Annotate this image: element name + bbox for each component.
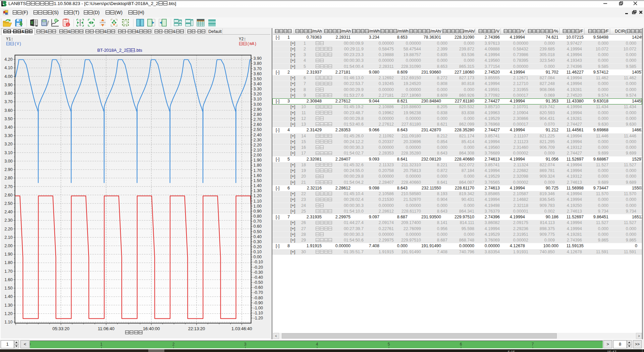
svg-text:2.50: 2.50 (4, 201, 12, 206)
svg-text:1.30: 1.30 (254, 188, 262, 193)
svg-text:0.20: 0.20 (254, 245, 262, 249)
svg-text:2.10: 2.10 (254, 148, 262, 152)
svg-text:2.20: 2.20 (254, 143, 262, 147)
svg-text:1.50: 1.50 (254, 178, 262, 183)
svg-text:22:13:20: 22:13:20 (188, 326, 205, 331)
svg-text:3.50: 3.50 (254, 77, 262, 81)
svg-text:-0.50: -0.50 (254, 280, 263, 285)
svg-text:0.90: 0.90 (254, 209, 262, 214)
svg-text:-0.90: -0.90 (254, 301, 263, 305)
svg-text:3.60: 3.60 (4, 108, 12, 113)
svg-text:2.30: 2.30 (254, 138, 262, 142)
svg-text:3.00: 3.00 (4, 159, 12, 164)
svg-text:1.10: 1.10 (4, 320, 12, 324)
svg-text:1.70: 1.70 (4, 269, 12, 274)
svg-text:1.50: 1.50 (4, 286, 12, 291)
svg-text:3.70: 3.70 (254, 67, 262, 71)
svg-text:4.00: 4.00 (4, 74, 12, 79)
svg-text:2.50: 2.50 (254, 127, 262, 132)
svg-text:-0.80: -0.80 (254, 296, 263, 300)
svg-text:1.70: 1.70 (254, 168, 262, 173)
svg-text:0.40: 0.40 (254, 234, 262, 239)
svg-text:-0.40: -0.40 (254, 275, 263, 280)
svg-text:1.10: 1.10 (254, 199, 262, 204)
svg-text:2.20: 2.20 (4, 227, 12, 231)
svg-text:1.90: 1.90 (254, 158, 262, 163)
svg-text:0.70: 0.70 (254, 219, 262, 224)
svg-text:2.40: 2.40 (254, 133, 262, 137)
svg-text:1.90: 1.90 (4, 252, 12, 257)
svg-text:0.60: 0.60 (254, 224, 262, 229)
svg-text:2.00: 2.00 (4, 244, 12, 248)
svg-text:1.40: 1.40 (254, 183, 262, 188)
svg-text:3.40: 3.40 (254, 82, 262, 86)
svg-text:-0.10: -0.10 (254, 260, 263, 264)
svg-text:1.60: 1.60 (254, 173, 262, 178)
svg-text:-1.20: -1.20 (254, 316, 263, 320)
svg-text:3.70: 3.70 (4, 99, 12, 104)
svg-text:3.30: 3.30 (254, 87, 262, 91)
svg-text:0.00: 0.00 (254, 255, 262, 259)
svg-text:-0.30: -0.30 (254, 270, 263, 275)
svg-text:4.10: 4.10 (4, 65, 12, 70)
svg-text:3.90: 3.90 (254, 56, 262, 61)
svg-text:3.10: 3.10 (254, 97, 262, 101)
svg-text:05:33:20: 05:33:20 (52, 326, 69, 331)
svg-text:2.70: 2.70 (4, 184, 12, 189)
svg-text:-1.10: -1.10 (254, 311, 263, 315)
svg-text:1.60: 1.60 (4, 277, 12, 282)
svg-text:2.30: 2.30 (4, 218, 12, 223)
svg-text:1.20: 1.20 (254, 193, 262, 198)
svg-text:2.80: 2.80 (4, 176, 12, 180)
svg-text:1.40: 1.40 (4, 294, 12, 299)
svg-text:11:06:40: 11:06:40 (98, 326, 115, 331)
svg-text:1.80: 1.80 (254, 163, 262, 168)
svg-text:-0.70: -0.70 (254, 290, 263, 295)
svg-text:3.20: 3.20 (4, 142, 12, 146)
svg-text:2.10: 2.10 (4, 235, 12, 240)
svg-text:3.80: 3.80 (254, 61, 262, 66)
svg-text:3.10: 3.10 (4, 150, 12, 155)
svg-text:3.90: 3.90 (4, 83, 12, 87)
svg-text:4.20: 4.20 (4, 57, 12, 62)
svg-text:3.00: 3.00 (254, 102, 262, 107)
svg-text:1.80: 1.80 (4, 260, 12, 265)
svg-text:2.70: 2.70 (254, 117, 262, 122)
svg-text:2.00: 2.00 (254, 153, 262, 158)
svg-text:3.50: 3.50 (4, 117, 12, 121)
svg-text:16:40:00: 16:40:00 (143, 326, 160, 331)
svg-text:-0.60: -0.60 (254, 285, 263, 290)
svg-text:2.40: 2.40 (4, 210, 12, 214)
svg-text:3.80: 3.80 (4, 91, 12, 96)
svg-text:0.50: 0.50 (254, 229, 262, 234)
svg-text:0.80: 0.80 (254, 214, 262, 219)
svg-text:1.00: 1.00 (254, 204, 262, 209)
svg-text:2.80: 2.80 (254, 112, 262, 117)
svg-text:2.90: 2.90 (254, 107, 262, 112)
svg-text:2.60: 2.60 (4, 193, 12, 197)
svg-text:1.20: 1.20 (4, 311, 12, 316)
svg-text:2.90: 2.90 (4, 167, 12, 172)
svg-text:3.20: 3.20 (254, 92, 262, 96)
svg-text:-1.00: -1.00 (254, 306, 263, 310)
svg-text:1.30: 1.30 (4, 303, 12, 308)
svg-text:0.10: 0.10 (254, 250, 262, 254)
svg-text:3.30: 3.30 (4, 133, 12, 138)
svg-text:-0.20: -0.20 (254, 265, 263, 270)
svg-text:2.60: 2.60 (254, 122, 262, 127)
svg-text:1.03:46:40: 1.03:46:40 (231, 326, 252, 331)
svg-text:0.30: 0.30 (254, 239, 262, 244)
svg-text:3.40: 3.40 (4, 125, 12, 130)
svg-text:3.60: 3.60 (254, 72, 262, 76)
